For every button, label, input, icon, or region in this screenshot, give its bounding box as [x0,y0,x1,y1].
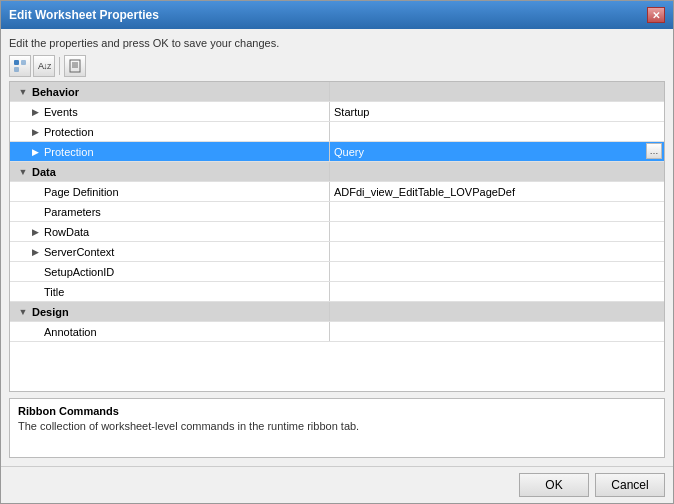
row-rowdata[interactable]: ▶ RowData [10,222,664,242]
rowdata-value [330,222,664,241]
annotation-name: Annotation [10,322,330,341]
group-design-name: ▼ Design [10,302,330,321]
dialog-title: Edit Worksheet Properties [9,8,159,22]
svg-rect-2 [14,67,19,72]
rowdata-expand-icon: ▶ [30,227,40,237]
dialog-footer: OK Cancel [1,466,673,503]
data-collapse-icon: ▼ [18,167,28,177]
group-behavior-name: ▼ Behavior [10,82,330,101]
annotation-value [330,322,664,341]
ribbon-commands-name: ▶ Protection [10,142,330,161]
title-prop-name: Title [10,282,330,301]
group-behavior[interactable]: ▼ Behavior [10,82,664,102]
rowdata-name: ▶ RowData [10,222,330,241]
title-bar-buttons: ✕ [647,7,665,23]
svg-rect-0 [14,60,19,65]
ribbon-commands-expand-icon: ▶ [30,147,40,157]
page-definition-name: Page Definition [10,182,330,201]
setupactionid-name: SetupActionID [10,262,330,281]
group-data-name: ▼ Data [10,162,330,181]
svg-rect-1 [21,60,26,65]
row-servercontext[interactable]: ▶ ServerContext [10,242,664,262]
cancel-button[interactable]: Cancel [595,473,665,497]
setupactionid-value [330,262,664,281]
protection-name: ▶ Protection [10,122,330,141]
close-button[interactable]: ✕ [647,7,665,23]
group-data-value [330,162,664,181]
ribbon-commands-label: Protection [44,146,94,158]
row-page-definition[interactable]: Page Definition ADFdi_view_EditTable_LOV… [10,182,664,202]
events-name: ▶ Events [10,102,330,121]
toolbar-separator [59,57,60,75]
parameters-value [330,202,664,221]
protection-expand-icon: ▶ [30,127,40,137]
sort-alpha-button[interactable]: A ↓ Z [33,55,55,77]
row-setupactionid[interactable]: SetupActionID [10,262,664,282]
group-design-value [330,302,664,321]
dialog-body: Edit the properties and press OK to save… [1,29,673,466]
ribbon-commands-browse-button[interactable]: … [646,143,662,159]
info-panel: Ribbon Commands The collection of worksh… [9,398,665,458]
ok-button[interactable]: OK [519,473,589,497]
dialog-description: Edit the properties and press OK to save… [9,37,665,49]
sort-category-button[interactable] [9,55,31,77]
title-bar: Edit Worksheet Properties ✕ [1,1,673,29]
group-behavior-value [330,82,664,101]
row-events[interactable]: ▶ Events Startup [10,102,664,122]
info-panel-description: The collection of worksheet-level comman… [18,420,656,432]
protection-value [330,122,664,141]
svg-text:Z: Z [47,63,51,70]
row-protection[interactable]: ▶ Protection [10,122,664,142]
svg-rect-6 [70,60,80,72]
servercontext-expand-icon: ▶ [30,247,40,257]
row-parameters[interactable]: Parameters [10,202,664,222]
row-annotation[interactable]: Annotation [10,322,664,342]
properties-toolbar: A ↓ Z [9,55,665,77]
parameters-name: Parameters [10,202,330,221]
properties-table[interactable]: ▼ Behavior ▶ Events Startup ▶ Pro [9,81,665,392]
title-prop-value [330,282,664,301]
events-expand-icon: ▶ [30,107,40,117]
ribbon-commands-value: Query … [330,142,664,161]
behavior-collapse-icon: ▼ [18,87,28,97]
group-design[interactable]: ▼ Design [10,302,664,322]
properties-page-button[interactable] [64,55,86,77]
page-definition-value: ADFdi_view_EditTable_LOVPageDef [330,182,664,201]
group-data[interactable]: ▼ Data [10,162,664,182]
servercontext-value [330,242,664,261]
info-panel-title: Ribbon Commands [18,405,656,417]
row-title[interactable]: Title [10,282,664,302]
events-value: Startup [330,102,664,121]
design-collapse-icon: ▼ [18,307,28,317]
row-ribbon-commands[interactable]: ▶ Protection Query … [10,142,664,162]
servercontext-name: ▶ ServerContext [10,242,330,261]
edit-worksheet-dialog: Edit Worksheet Properties ✕ Edit the pro… [0,0,674,504]
